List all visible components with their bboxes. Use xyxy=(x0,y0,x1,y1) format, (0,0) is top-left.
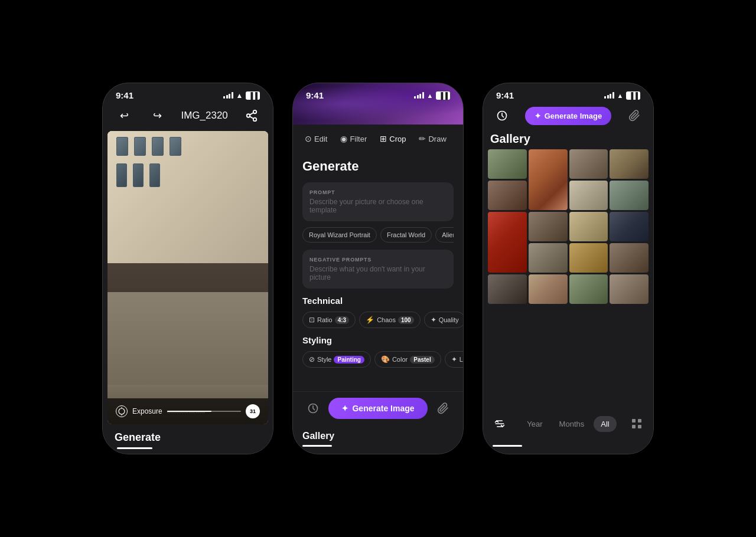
exposure-label: Exposure xyxy=(132,407,162,415)
negative-prompt-box[interactable]: NEGATIVE PROMPTS Describe what you don't… xyxy=(302,250,454,289)
color-chip[interactable]: 🎨 Color Pastel xyxy=(374,351,441,368)
wifi-icon: ▲ xyxy=(236,91,243,100)
generate-img-label: Generate Image xyxy=(545,112,602,120)
prompt-input-box[interactable]: PROMPT Describe your picture or choose o… xyxy=(302,182,454,221)
crop-label: Crop xyxy=(389,135,406,143)
phone2: 9:41 ▲ ▐▐ ⊙ Edit ◉ xyxy=(292,83,464,454)
ratio-value: 4:3 xyxy=(335,316,349,324)
sort-button[interactable] xyxy=(490,414,509,433)
gallery-item-1[interactable] xyxy=(488,149,527,179)
grid-view-button[interactable] xyxy=(627,414,646,433)
exposure-slider[interactable]: |||||||||||||||||||||||||||||||| xyxy=(167,411,241,412)
light-icon: ✦ xyxy=(451,355,457,364)
crop-button[interactable]: ⊞ Crop xyxy=(374,130,412,147)
exposure-value: 31 xyxy=(246,404,260,418)
gallery-item-13[interactable] xyxy=(569,243,608,273)
phone3-tabs-bar xyxy=(483,440,653,454)
prompt-placeholder: Describe your picture or choose one temp… xyxy=(309,198,447,214)
chaos-chip[interactable]: ⚡ Chaos 100 xyxy=(359,312,420,328)
filter-months[interactable]: Months xyxy=(552,416,592,432)
phone2-bottom-bar: ✦ Generate Image xyxy=(293,391,463,426)
gallery-item-6[interactable] xyxy=(569,181,608,210)
filter-all[interactable]: All xyxy=(594,416,616,432)
phone1: 9:41 ▲ ▐▐ ↩ ↪ IMG_2320 xyxy=(102,83,273,454)
template-chip-1[interactable]: Royal Wizard Portrait xyxy=(302,227,377,243)
generate-image-button2[interactable]: ✦ Generate Image xyxy=(525,107,612,125)
attach-button[interactable] xyxy=(432,398,454,419)
light-chip[interactable]: ✦ Light xyxy=(445,351,463,368)
tab-gallery[interactable]: Gallery xyxy=(302,431,346,441)
main-image: TOSZ Exposure ||||||||||||||||||||||||||… xyxy=(107,131,268,424)
gallery-item-5[interactable] xyxy=(488,181,527,210)
edit-button[interactable]: ⊙ Edit xyxy=(299,130,333,147)
quality-chip[interactable]: ✦ Quality xyxy=(424,312,463,328)
gallery-item-7[interactable] xyxy=(610,181,649,210)
color-icon: 🎨 xyxy=(381,355,390,364)
quality-label: Quality xyxy=(439,316,459,323)
gallery-item-4[interactable] xyxy=(610,149,649,179)
history-button2[interactable] xyxy=(493,106,511,125)
undo-button[interactable]: ↩ xyxy=(115,106,133,125)
gallery-grid xyxy=(488,149,649,304)
prompt-label: PROMPT xyxy=(309,189,447,195)
chaos-icon: ⚡ xyxy=(366,316,374,324)
signal-icon3 xyxy=(604,92,614,99)
gallery-item-17[interactable] xyxy=(569,274,608,304)
redo-button[interactable]: ↪ xyxy=(148,106,167,125)
ratio-chip[interactable]: ⊡ Ratio 4:3 xyxy=(302,312,356,328)
signal-icon2 xyxy=(414,92,424,99)
template-chip-3[interactable]: Alien Cy xyxy=(435,227,454,243)
attach-button2[interactable] xyxy=(625,106,644,125)
phone2-content: Generate PROMPT Describe your picture or… xyxy=(293,152,463,391)
generate-star-icon: ✦ xyxy=(341,404,348,413)
style-value: Painting xyxy=(334,356,364,364)
styling-section-label: Styling xyxy=(302,335,454,345)
template-chips: Royal Wizard Portrait Fractal World Alie… xyxy=(302,227,454,243)
gallery-item-9[interactable] xyxy=(529,212,568,241)
phone2-time: 9:41 xyxy=(306,90,324,100)
filter-button[interactable]: ◉ Filter xyxy=(334,130,373,147)
gallery-item-10[interactable] xyxy=(569,212,608,241)
filter-year[interactable]: Year xyxy=(520,416,549,432)
chaos-value: 100 xyxy=(398,316,414,324)
technical-section-label: Technical xyxy=(302,296,454,306)
generate-btn-label: Generate Image xyxy=(352,404,414,413)
gallery-item-18[interactable] xyxy=(610,274,649,304)
draw-button[interactable]: ✏ Draw xyxy=(413,130,452,147)
exposure-icon xyxy=(116,405,128,417)
filter-label: Filter xyxy=(350,135,367,143)
gallery-item-8[interactable] xyxy=(488,212,527,273)
gallery-item-14[interactable] xyxy=(610,243,649,273)
template-chip-2[interactable]: Fractal World xyxy=(380,227,432,243)
phone3-bottom-bar: Year Months All xyxy=(483,410,653,440)
phone1-time: 9:41 xyxy=(116,90,133,100)
phone1-status-bar: 9:41 ▲ ▐▐ xyxy=(103,83,273,104)
tab-gallery-indicator xyxy=(302,445,332,447)
wifi-icon2: ▲ xyxy=(427,92,434,99)
battery-icon2: ▐▐ xyxy=(436,91,450,100)
gallery-item-11[interactable] xyxy=(610,212,649,241)
svg-line-3 xyxy=(250,116,253,119)
gallery-item-3[interactable] xyxy=(569,149,608,179)
negative-prompt-placeholder: Describe what you don't want in your pic… xyxy=(309,265,447,281)
phone3-header: ✦ Generate Image xyxy=(483,104,653,130)
phone2-tabs-bar: Gallery xyxy=(293,426,463,454)
tab-generate[interactable]: Generate xyxy=(115,431,172,443)
gallery-item-2[interactable] xyxy=(529,149,568,210)
history-button[interactable] xyxy=(302,398,324,419)
gallery-item-15[interactable] xyxy=(488,274,527,304)
phone3-status-bar: 9:41 ▲ ▐▐ xyxy=(483,83,653,104)
phone2-toolbar: ⊙ Edit ◉ Filter ⊞ Crop ✏ Draw xyxy=(293,125,463,152)
phone2-status-bar: 9:41 ▲ ▐▐ xyxy=(293,83,463,104)
gallery-item-16[interactable] xyxy=(529,274,568,304)
share-button[interactable] xyxy=(242,106,261,125)
svg-point-5 xyxy=(119,408,125,414)
generate-image-button[interactable]: ✦ Generate Image xyxy=(328,398,427,419)
wifi-icon3: ▲ xyxy=(617,92,624,99)
draw-icon: ✏ xyxy=(419,134,426,143)
gallery-item-12[interactable] xyxy=(529,243,568,273)
filter-tabs: Year Months All xyxy=(520,416,616,432)
svg-line-4 xyxy=(250,113,253,115)
style-chip[interactable]: ⊘ Style Painting xyxy=(302,351,371,368)
generate-title: Generate xyxy=(302,159,454,174)
